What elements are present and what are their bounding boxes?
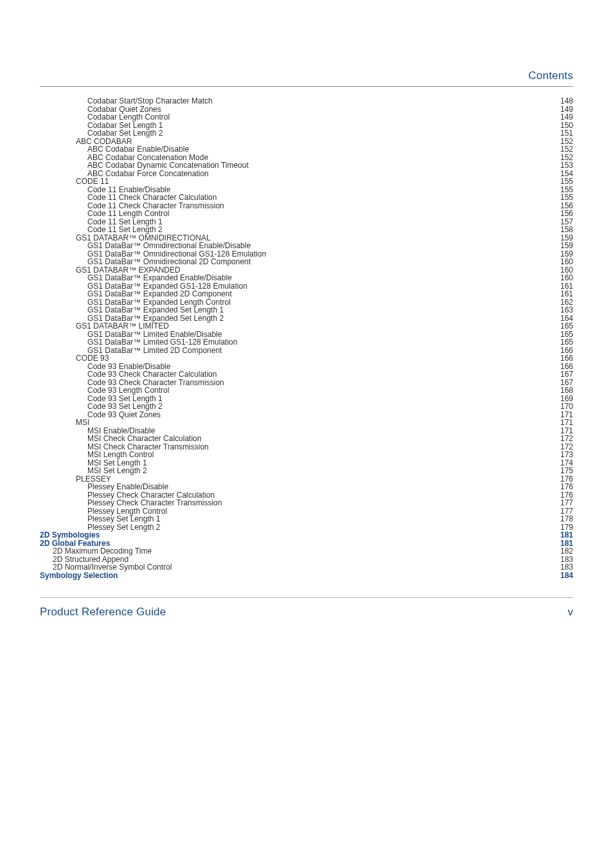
toc-entry-label: Codabar Length Control bbox=[87, 113, 170, 121]
toc-entry[interactable]: Code 11 Enable/Disable155 bbox=[40, 186, 573, 194]
toc-entry-page: 172 bbox=[560, 435, 573, 442]
toc-entry[interactable]: Plessey Check Character Calculation176 bbox=[40, 491, 573, 499]
toc-entry[interactable]: Plessey Set Length 2179 bbox=[40, 523, 573, 531]
toc-entry[interactable]: PLESSEY176 bbox=[40, 475, 573, 483]
toc-entry-label: ABC Codabar Force Concatenation bbox=[87, 170, 209, 177]
toc-entry[interactable]: GS1 DataBar™ Limited GS1-128 Emulation16… bbox=[40, 338, 573, 346]
toc-entry[interactable]: Codabar Start/Stop Character Match148 bbox=[40, 97, 573, 105]
toc-entry-page: 157 bbox=[560, 218, 573, 226]
toc-entry-page: 165 bbox=[560, 322, 573, 330]
toc-entry[interactable]: GS1 DataBar™ Expanded Enable/Disable160 bbox=[40, 274, 573, 282]
toc-entry[interactable]: MSI Check Character Calculation172 bbox=[40, 435, 573, 442]
toc-entry-page: 162 bbox=[560, 298, 573, 306]
toc-entry[interactable]: Code 93 Check Character Transmission167 bbox=[40, 379, 573, 386]
toc-entry[interactable]: 2D Maximum Decoding Time182 bbox=[40, 547, 573, 555]
toc-entry[interactable]: GS1 DataBar™ Expanded Length Control162 bbox=[40, 298, 573, 306]
toc-entry-page: 152 bbox=[560, 145, 573, 153]
toc-entry[interactable]: ABC Codabar Enable/Disable152 bbox=[40, 145, 573, 153]
toc-entry-label: MSI Check Character Calculation bbox=[87, 435, 201, 442]
toc-entry-label: Codabar Set Length 2 bbox=[87, 129, 163, 137]
toc-entry-page: 169 bbox=[560, 395, 573, 402]
toc-entry[interactable]: Plessey Check Character Transmission177 bbox=[40, 499, 573, 507]
toc-entry[interactable]: GS1 DataBar™ Omnidirectional Enable/Disa… bbox=[40, 242, 573, 249]
toc-entry-page: 182 bbox=[560, 547, 573, 555]
toc-entry[interactable]: Code 11 Set Length 1157 bbox=[40, 218, 573, 226]
toc-entry[interactable]: Symbology Selection 184 bbox=[40, 572, 573, 579]
toc-entry[interactable]: GS1 DataBar™ Limited 2D Component166 bbox=[40, 347, 573, 354]
footer-rule bbox=[40, 597, 573, 598]
toc-entry[interactable]: ABC Codabar Dynamic Concatenation Timeou… bbox=[40, 161, 573, 169]
toc-entry[interactable]: Code 11 Check Character Transmission156 bbox=[40, 202, 573, 210]
toc-entry-label: GS1 DataBar™ Expanded GS1-128 Emulation bbox=[87, 282, 247, 290]
toc-entry-label: Plessey Enable/Disable bbox=[87, 483, 168, 491]
toc-entry-label: GS1 DataBar™ Omnidirectional GS1-128 Emu… bbox=[87, 250, 266, 258]
toc-entry-page: 155 bbox=[560, 194, 573, 201]
toc-entry[interactable]: 2D Symbologies 181 bbox=[40, 531, 573, 539]
toc-entry-label: MSI Enable/Disable bbox=[87, 427, 155, 435]
header-rule bbox=[40, 86, 573, 87]
toc-entry[interactable]: Plessey Enable/Disable176 bbox=[40, 483, 573, 491]
toc-entry[interactable]: GS1 DATABAR™ EXPANDED160 bbox=[40, 266, 573, 274]
toc-entry-page: 149 bbox=[560, 113, 573, 121]
toc-entry[interactable]: Code 11 Check Character Calculation155 bbox=[40, 194, 573, 201]
toc-entry[interactable]: 2D Structured Append183 bbox=[40, 556, 573, 563]
toc-entry[interactable]: GS1 DataBar™ Expanded GS1-128 Emulation1… bbox=[40, 282, 573, 290]
toc-entry-label: Code 93 Set Length 1 bbox=[87, 395, 163, 402]
toc-entry[interactable]: 2D Global Features181 bbox=[40, 539, 573, 547]
toc-entry[interactable]: MSI Length Control173 bbox=[40, 451, 573, 458]
toc-entry[interactable]: Plessey Set Length 1178 bbox=[40, 515, 573, 523]
toc-entry-label: GS1 DATABAR™ LIMITED bbox=[76, 322, 169, 330]
toc-entry-page: 165 bbox=[560, 338, 573, 346]
toc-entry[interactable]: Code 93 Quiet Zones171 bbox=[40, 411, 573, 419]
toc-entry[interactable]: 2D Normal/Inverse Symbol Control183 bbox=[40, 563, 573, 571]
toc-entry[interactable]: Plessey Length Control177 bbox=[40, 507, 573, 515]
toc-entry[interactable]: Codabar Quiet Zones149 bbox=[40, 105, 573, 113]
toc-entry-page: 176 bbox=[560, 475, 573, 483]
toc-entry[interactable]: GS1 DataBar™ Omnidirectional 2D Componen… bbox=[40, 258, 573, 266]
toc-entry-page: 150 bbox=[560, 122, 573, 129]
toc-entry[interactable]: GS1 DataBar™ Expanded 2D Component161 bbox=[40, 290, 573, 298]
toc-entry-page: 178 bbox=[560, 515, 573, 523]
toc-entry-page: 159 bbox=[560, 250, 573, 258]
toc-entry[interactable]: Code 93 Length Control168 bbox=[40, 386, 573, 394]
toc-entry[interactable]: GS1 DATABAR™ LIMITED165 bbox=[40, 322, 573, 330]
toc-entry[interactable]: GS1 DATABAR™ OMNIDIRECTIONAL159 bbox=[40, 234, 573, 242]
toc-entry-page: 181 bbox=[560, 531, 573, 539]
toc-entry[interactable]: GS1 DataBar™ Expanded Set Length 1163 bbox=[40, 306, 573, 314]
toc-entry[interactable]: CODE 93166 bbox=[40, 354, 573, 362]
toc-entry-label: Code 11 Enable/Disable bbox=[87, 186, 170, 194]
toc-entry[interactable]: MSI Enable/Disable171 bbox=[40, 427, 573, 435]
toc-entry-label: Code 93 Check Character Transmission bbox=[87, 379, 224, 386]
toc-entry-label: Code 11 Check Character Transmission bbox=[87, 202, 224, 210]
toc-entry[interactable]: Code 93 Check Character Calculation167 bbox=[40, 370, 573, 378]
toc-entry[interactable]: MSI Set Length 1174 bbox=[40, 459, 573, 467]
toc-entry[interactable]: GS1 DataBar™ Omnidirectional GS1-128 Emu… bbox=[40, 250, 573, 258]
toc-entry[interactable]: Code 11 Set Length 2158 bbox=[40, 226, 573, 233]
toc-entry-page: 179 bbox=[560, 523, 573, 531]
toc-entry[interactable]: ABC CODABAR152 bbox=[40, 138, 573, 145]
toc-entry[interactable]: Code 93 Set Length 1169 bbox=[40, 395, 573, 402]
toc-entry[interactable]: CODE 11155 bbox=[40, 177, 573, 185]
toc-entry-label: CODE 93 bbox=[76, 354, 109, 362]
toc-entry[interactable]: Codabar Length Control149 bbox=[40, 113, 573, 121]
toc-entry[interactable]: MSI171 bbox=[40, 419, 573, 426]
toc-entry[interactable]: GS1 DataBar™ Expanded Set Length 2164 bbox=[40, 314, 573, 322]
toc-entry-page: 167 bbox=[560, 379, 573, 386]
toc-entry[interactable]: Code 11 Length Control156 bbox=[40, 210, 573, 217]
toc-entry[interactable]: MSI Set Length 2175 bbox=[40, 467, 573, 475]
toc-entry-page: 168 bbox=[560, 386, 573, 394]
toc-entry-label: ABC Codabar Dynamic Concatenation Timeou… bbox=[87, 161, 249, 169]
toc-entry-page: 176 bbox=[560, 483, 573, 491]
toc-entry[interactable]: ABC Codabar Concatenation Mode152 bbox=[40, 154, 573, 161]
toc-entry[interactable]: Codabar Set Length 2151 bbox=[40, 129, 573, 137]
toc-entry[interactable]: Code 93 Enable/Disable166 bbox=[40, 363, 573, 370]
toc-entry[interactable]: MSI Check Character Transmission172 bbox=[40, 443, 573, 451]
toc-entry-page: 167 bbox=[560, 370, 573, 378]
toc-entry[interactable]: Code 93 Set Length 2170 bbox=[40, 402, 573, 410]
toc-entry-label: GS1 DATABAR™ EXPANDED bbox=[76, 266, 181, 274]
toc-entry-label: PLESSEY bbox=[76, 475, 111, 483]
toc-entry[interactable]: Codabar Set Length 1150 bbox=[40, 122, 573, 129]
toc-entry[interactable]: ABC Codabar Force Concatenation154 bbox=[40, 170, 573, 177]
toc-entry-page: 181 bbox=[560, 539, 573, 547]
toc-entry[interactable]: GS1 DataBar™ Limited Enable/Disable165 bbox=[40, 330, 573, 338]
